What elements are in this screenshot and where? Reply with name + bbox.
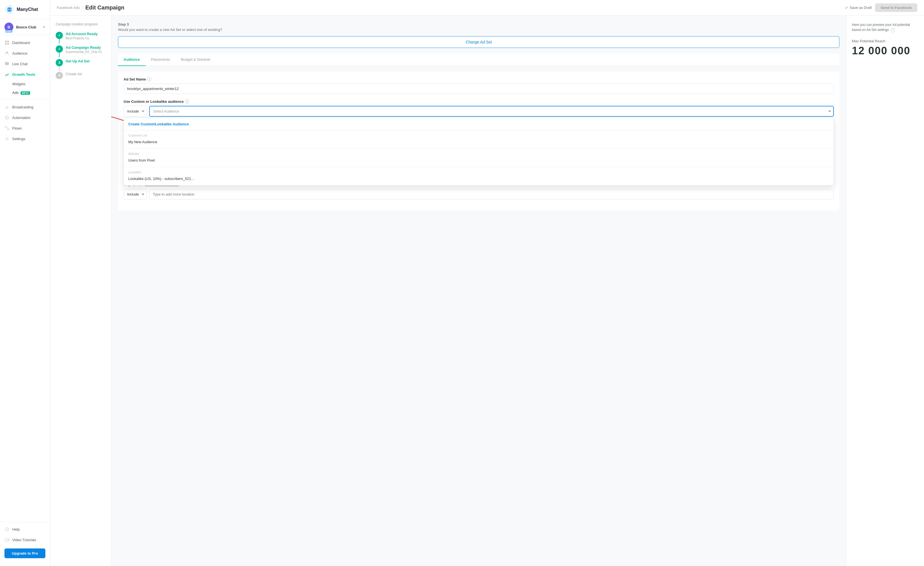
sidebar-item-ads[interactable]: Ads BETA (12, 88, 50, 97)
main-content: Facebook Ads › Edit Campaign ✓ Save as D… (50, 0, 924, 566)
tab-placements[interactable]: Placements (146, 53, 176, 66)
step-sub-1: Best Property Co. (66, 36, 105, 40)
ad-set-name-help-icon[interactable]: ? (147, 77, 152, 81)
step-icon-1: ✓ (56, 32, 63, 39)
sidebar-item-flows[interactable]: Flows (0, 123, 50, 133)
breadcrumb-separator: › (82, 6, 83, 10)
sidebar-item-label: Video Tutorials (12, 538, 36, 542)
ads-beta-badge: BETA (21, 91, 30, 95)
account-switcher[interactable]: B FREE Bosco Club ▼ (0, 19, 50, 35)
sidebar-item-live-chat[interactable]: Live Chat (0, 59, 50, 69)
location-row: Include (124, 189, 834, 199)
svg-rect-11 (8, 129, 9, 130)
step-label-4: Create Ad (66, 72, 105, 76)
app-name: ManyChat (17, 7, 38, 12)
step-sub-2: Experimental_NY_Only #1 (66, 50, 105, 53)
step-icon-3: 3 (56, 59, 63, 66)
sidebar-item-growth-tools[interactable]: Growth Tools (0, 69, 50, 80)
sidebar-item-automation[interactable]: Automation (0, 112, 50, 123)
svg-rect-10 (5, 126, 6, 128)
growth-icon (4, 72, 9, 77)
step-item-3: 3 Set Up Ad Set (56, 59, 105, 72)
logo: ManyChat (0, 0, 50, 19)
sidebar-item-video-tutorials[interactable]: Video Tutorials (0, 534, 50, 545)
svg-point-1 (8, 9, 9, 10)
sidebar: ManyChat B FREE Bosco Club ▼ Dashboard A… (0, 0, 50, 566)
sidebar-item-label: Automation (12, 116, 31, 120)
ad-set-name-input[interactable] (124, 84, 834, 94)
reach-number: 12 000 000 (852, 45, 918, 57)
step-connector-1 (59, 39, 60, 44)
sidebar-item-dashboard[interactable]: Dashboard (0, 37, 50, 48)
location-input[interactable] (149, 189, 834, 199)
step-connector-3 (59, 66, 60, 71)
create-audience-link[interactable]: Create Custom/Lookalike Audience (124, 118, 834, 130)
audience-help-icon[interactable]: ? (185, 99, 189, 104)
reach-title: Max Potential Reach (852, 39, 918, 43)
change-adset-button[interactable]: Change Ad Set (118, 36, 839, 48)
svg-text:?: ? (6, 528, 8, 531)
help-icon: ? (4, 527, 9, 532)
account-name: Bosco Club (16, 25, 40, 29)
preview-description: Here you can preview your Ad potential b… (852, 22, 918, 32)
step-label-1: Ad Account Ready (66, 32, 105, 36)
settings-icon (4, 136, 9, 141)
save-draft-button[interactable]: ✓ Save as Draft (845, 6, 872, 10)
breadcrumb[interactable]: Facebook Ads (57, 6, 80, 10)
audience-dropdown-menu: Create Custom/Lookalike Audience Custome… (124, 118, 834, 185)
topbar-left: Facebook Ads › Edit Campaign (57, 5, 124, 11)
step-icon-2: ✓ (56, 45, 63, 53)
avatar: B FREE (4, 23, 14, 32)
preview-help-icon[interactable]: ? (891, 28, 895, 32)
dropdown-option-my-new-audience[interactable]: My New Audience (124, 138, 834, 146)
upgrade-button[interactable]: Upgrade to Pro (4, 548, 45, 558)
audience-row: Include Select Audience (124, 106, 834, 117)
dropdown-group-lookalike: Lookalike Lookalike (US, 10%) - subscrib… (124, 167, 834, 185)
step-content-1: Ad Account Ready Best Property Co. (66, 32, 105, 40)
tab-budget[interactable]: Budget & Shedule (176, 53, 216, 66)
step-item-4: 4 Create Ad (56, 72, 105, 79)
ad-set-name-label: Ad Set Name ? (124, 77, 834, 81)
svg-rect-6 (7, 43, 9, 45)
select-audience-dropdown[interactable]: Select Audience (149, 106, 834, 117)
sidebar-item-audience[interactable]: Audience (0, 48, 50, 59)
svg-rect-3 (5, 41, 7, 42)
manychat-logo-icon (4, 5, 15, 15)
svg-rect-15 (5, 539, 8, 541)
svg-point-2 (10, 9, 11, 10)
step-label-3: Set Up Ad Set (66, 59, 105, 63)
dashboard-icon (4, 40, 9, 45)
step-item-1: ✓ Ad Account Ready Best Property Co. (56, 32, 105, 45)
sidebar-item-settings[interactable]: Settings (0, 133, 50, 144)
chevron-down-icon: ▼ (43, 26, 45, 29)
sidebar-item-widgets[interactable]: Widgets (12, 80, 50, 88)
dropdown-option-users-from-pixel[interactable]: Users from Pixel (124, 156, 834, 165)
audience-label: Use Custom or Lookalike audience ? (124, 99, 834, 104)
sidebar-bottom: ? Help Video Tutorials Upgrade to Pro (0, 521, 50, 566)
step-content-4: Create Ad (66, 72, 105, 76)
automation-icon (4, 115, 9, 120)
sidebar-nav: Dashboard Audience Live Chat Growth Tool… (0, 35, 50, 521)
location-include-select[interactable]: Include (124, 189, 147, 199)
topbar: Facebook Ads › Edit Campaign ✓ Save as D… (50, 0, 924, 16)
send-to-facebook-button[interactable]: Send to Facebook (875, 3, 917, 12)
sidebar-item-label: Help (12, 527, 20, 531)
sidebar-item-label: Audience (12, 51, 27, 56)
page-title: Edit Campaign (86, 5, 124, 11)
sidebar-item-help[interactable]: ? Help (0, 524, 50, 534)
broadcast-icon (4, 104, 9, 110)
step-content-2: Ad Campaign Ready Experimental_NY_Only #… (66, 45, 105, 53)
step-question: Would you want to create a new Ad Set or… (118, 27, 839, 32)
video-icon (4, 537, 9, 542)
step-connector-2 (59, 53, 60, 57)
tab-audience[interactable]: Audience (118, 53, 146, 66)
growth-tools-submenu: Widgets Ads BETA (0, 80, 50, 97)
form-section: Ad Set Name ? Use Custom or Lookalike au… (118, 72, 839, 211)
flows-icon (4, 126, 9, 131)
step-content-3: Set Up Ad Set (66, 59, 105, 63)
dropdown-option-lookalike[interactable]: Lookalike (US, 10%) - subscribers_521... (124, 175, 834, 183)
dropdown-category-label: Customer List (124, 132, 834, 138)
dropdown-category-lookalike: Lookalike (124, 169, 834, 175)
right-panel: Here you can preview your Ad potential b… (846, 16, 924, 566)
sidebar-item-broadcasting[interactable]: Broadcasting (0, 102, 50, 112)
